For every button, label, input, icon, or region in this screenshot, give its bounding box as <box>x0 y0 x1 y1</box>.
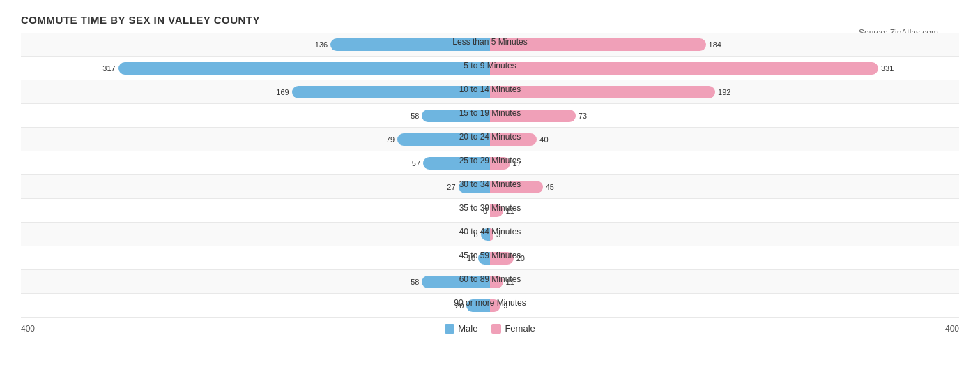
row-label: 10 to 14 Minutes <box>459 84 521 94</box>
bars-container: 10 20 45 to 59 Minutes <box>21 251 959 266</box>
bar-female <box>490 62 878 75</box>
row-label: Less than 5 Minutes <box>452 37 527 47</box>
bars-container: 79 40 20 to 24 Minutes <box>21 132 959 147</box>
val-female: 17 <box>510 159 521 167</box>
val-female: 184 <box>706 40 721 49</box>
bars-container: 58 11 60 to 89 Minutes <box>21 274 959 290</box>
row-label: 20 to 24 Minutes <box>459 132 521 142</box>
val-female: 192 <box>715 88 730 96</box>
bars-container: 8 3 40 to 44 Minutes <box>21 227 959 242</box>
chart-row: 169 192 10 to 14 Minutes <box>21 80 959 104</box>
val-male: 57 <box>412 159 423 167</box>
row-label: 40 to 44 Minutes <box>459 227 521 237</box>
val-male: 0 <box>483 207 490 215</box>
chart-row: 8 3 40 to 44 Minutes <box>21 223 959 246</box>
val-male: 8 <box>473 230 480 239</box>
chart-row: 27 45 30 to 34 Minutes <box>21 175 959 199</box>
chart-row: 58 11 60 to 89 Minutes <box>21 270 959 294</box>
row-label: 5 to 9 Minutes <box>464 61 516 70</box>
bar-female <box>490 86 715 98</box>
legend-female-box <box>491 324 501 334</box>
val-male: 169 <box>276 88 291 96</box>
chart-row: 79 40 20 to 24 Minutes <box>21 128 959 151</box>
bars-container: 58 73 15 to 19 Minutes <box>21 108 959 124</box>
val-male: 10 <box>467 254 478 262</box>
val-female: 20 <box>514 254 525 262</box>
chart-area: 136 184 Less than 5 Minutes 317 331 5 to… <box>21 33 959 318</box>
chart-row: 317 331 5 to 9 Minutes <box>21 57 959 80</box>
val-male: 79 <box>386 135 397 144</box>
val-male: 136 <box>315 40 330 49</box>
bar-male <box>118 62 490 75</box>
axis-right-bottom: 400 <box>917 324 959 334</box>
chart-row: 58 73 15 to 19 Minutes <box>21 104 959 128</box>
bars-container: 169 192 10 to 14 Minutes <box>21 84 959 100</box>
val-male: 58 <box>411 112 422 120</box>
axis-left-bottom: 400 <box>21 324 63 334</box>
legend: Male Female <box>445 323 535 334</box>
bars-container: 20 9 90 or more Minutes <box>21 298 959 313</box>
chart-row: 10 20 45 to 59 Minutes <box>21 246 959 270</box>
val-female: 331 <box>878 64 894 73</box>
row-label: 30 to 34 Minutes <box>459 179 521 189</box>
val-female: 11 <box>503 278 514 286</box>
val-female: 11 <box>503 207 514 215</box>
chart-title: COMMUTE TIME BY SEX IN VALLEY COUNTY <box>21 14 959 26</box>
bars-container: 0 11 35 to 39 Minutes <box>21 203 959 218</box>
val-female: 40 <box>537 135 548 144</box>
bars-container: 57 17 25 to 29 Minutes <box>21 156 959 171</box>
bottom-area: 400 Male Female 400 <box>21 323 959 334</box>
legend-female: Female <box>491 323 535 334</box>
val-male: 27 <box>447 183 458 191</box>
bars-container: 136 184 Less than 5 Minutes <box>21 37 959 52</box>
chart-row: 57 17 25 to 29 Minutes <box>21 151 959 175</box>
val-male: 58 <box>411 278 422 286</box>
bars-container: 317 331 5 to 9 Minutes <box>21 61 959 76</box>
val-female: 3 <box>493 230 500 239</box>
chart-row: 0 11 35 to 39 Minutes <box>21 199 959 223</box>
rows-container: 136 184 Less than 5 Minutes 317 331 5 to… <box>21 33 959 318</box>
row-label: 15 to 19 Minutes <box>459 108 521 118</box>
chart-row: 136 184 Less than 5 Minutes <box>21 33 959 57</box>
val-female: 73 <box>576 112 587 120</box>
val-female: 45 <box>543 183 554 191</box>
legend-male-box <box>445 324 454 334</box>
val-male: 20 <box>455 301 466 310</box>
legend-female-label: Female <box>505 323 535 334</box>
chart-row: 20 9 90 or more Minutes <box>21 294 959 318</box>
legend-male: Male <box>445 323 477 334</box>
val-male: 317 <box>102 64 118 73</box>
val-female: 9 <box>500 301 507 310</box>
legend-male-label: Male <box>458 323 477 334</box>
bars-container: 27 45 30 to 34 Minutes <box>21 179 959 195</box>
